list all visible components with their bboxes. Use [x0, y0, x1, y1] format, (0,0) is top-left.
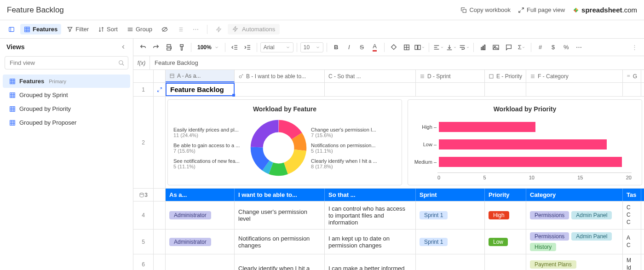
valign-button[interactable]: [445, 41, 457, 53]
zoom-select[interactable]: 100%: [195, 43, 222, 52]
sigma-button[interactable]: Σ: [516, 41, 528, 53]
cell-tas[interactable]: MId: [623, 254, 641, 270]
svg-rect-0: [463, 9, 466, 12]
insert-image-button[interactable]: [490, 41, 502, 53]
cell-so[interactable]: I am kept up to date on permission chang…: [325, 230, 416, 254]
cell-priority[interactable]: High: [485, 201, 526, 229]
more-button[interactable]: ⋯: [189, 24, 202, 34]
hide-button[interactable]: [158, 24, 172, 34]
collapse-sidebar-icon[interactable]: [120, 44, 126, 50]
cell-want[interactable]: Change user's permission level: [235, 201, 325, 229]
sort-label: Sort: [107, 26, 118, 33]
svg-rect-52: [481, 47, 482, 50]
cell-sprint[interactable]: [416, 254, 485, 270]
row-num[interactable]: 4: [133, 201, 154, 229]
more-format-button[interactable]: ⋯: [573, 41, 585, 53]
paint-button[interactable]: [176, 41, 188, 53]
category-pill: History: [530, 243, 556, 251]
group-button[interactable]: Group: [123, 24, 156, 34]
col-header-b[interactable]: B - I want to be able to...: [235, 70, 325, 82]
insert-comment-button[interactable]: [503, 41, 515, 53]
eye-off-icon: [161, 26, 168, 33]
donut-label: Be able to gain access to a ...7 (15.6%): [173, 143, 246, 154]
hash-button[interactable]: #: [535, 41, 546, 53]
col-header-d[interactable]: D - Sprint: [416, 70, 485, 82]
font-select[interactable]: Arial: [260, 42, 293, 52]
search-input[interactable]: [5, 56, 128, 69]
col-header-f[interactable]: F - Category: [526, 70, 623, 82]
sidebar-toggle-button[interactable]: [5, 24, 18, 34]
options-button[interactable]: ⋮: [628, 41, 640, 53]
currency-button[interactable]: $: [547, 41, 559, 53]
cell-tas[interactable]: CCC: [623, 201, 641, 229]
col-header-a[interactable]: A - As a...: [166, 70, 235, 82]
cell-as[interactable]: Administrator: [166, 230, 235, 254]
cell-priority[interactable]: Low: [485, 230, 526, 254]
col-header-e[interactable]: E - Priority: [485, 70, 526, 82]
view-item[interactable]: Grouped by Proposer: [3, 116, 130, 129]
cell-category[interactable]: Permissions Admin Panel History: [526, 230, 623, 254]
print-button[interactable]: [163, 41, 175, 53]
redo-button[interactable]: [150, 41, 162, 53]
brand-suffix: .com: [622, 6, 637, 14]
cell-sprint[interactable]: Sprint 1: [416, 230, 485, 254]
undo-button[interactable]: [137, 41, 149, 53]
strike-button[interactable]: S: [356, 41, 368, 53]
sort-button[interactable]: Sort: [94, 24, 121, 34]
halign-button[interactable]: [432, 41, 444, 53]
view-item[interactable]: Grouped by Sprint: [3, 88, 130, 102]
row-num[interactable]: 5: [133, 230, 154, 254]
view-item[interactable]: FeaturesPrimary: [3, 75, 130, 88]
cell-as[interactable]: [166, 254, 235, 270]
bar-label: High –: [414, 124, 437, 130]
cell-category[interactable]: Payment Plans: [526, 254, 623, 270]
borders-button[interactable]: [401, 41, 413, 53]
indent-decrease-button[interactable]: [229, 41, 241, 53]
fx-input[interactable]: Feature Backlog: [150, 57, 644, 68]
fontsize-select[interactable]: 10: [300, 42, 323, 52]
cell-want[interactable]: Clearly identify when I hit a: [235, 254, 325, 270]
automations-button[interactable]: Automations: [228, 24, 280, 34]
row-num[interactable]: 6: [133, 254, 154, 270]
indent-increase-button[interactable]: [242, 41, 253, 53]
cell-tas[interactable]: AC: [623, 230, 641, 254]
cell-category[interactable]: Permissions Admin Panel: [526, 201, 623, 229]
wrap-button[interactable]: [458, 41, 470, 53]
cell-a1[interactable]: Feature Backlog: [166, 83, 235, 96]
cell-sprint[interactable]: Sprint 1: [416, 201, 485, 229]
bolt-icon: [216, 26, 222, 33]
filter-button[interactable]: Filter: [63, 24, 92, 34]
col-header-g[interactable]: G: [623, 70, 641, 82]
fill-button[interactable]: [388, 41, 400, 53]
brand-logo[interactable]: spreadsheet.com: [572, 6, 637, 14]
bar: [439, 122, 535, 132]
percent-button[interactable]: %: [560, 41, 572, 53]
view-item[interactable]: Grouped by Priority: [3, 102, 130, 115]
view-features-button[interactable]: Features: [20, 24, 61, 34]
category-pill: Admin Panel: [571, 232, 612, 241]
cell-so[interactable]: I can control who has access to importan…: [325, 201, 416, 229]
bold-button[interactable]: B: [330, 41, 342, 53]
copy-workbook-button[interactable]: Copy workbook: [460, 6, 511, 13]
col-header-c[interactable]: C - So that ...: [325, 70, 416, 82]
cell-priority[interactable]: [485, 254, 526, 270]
list-button[interactable]: [173, 24, 187, 34]
row-num[interactable]: 3: [133, 189, 154, 201]
cell-want[interactable]: Notifications on permission changes: [235, 230, 325, 254]
full-page-button[interactable]: Full page view: [518, 6, 565, 13]
header-tas: Tas: [623, 189, 641, 201]
insert-chart-button[interactable]: [477, 41, 489, 53]
chart-workload-by-priority[interactable]: Workload by Priority High –Low –Medium –…: [408, 99, 642, 185]
cell-as[interactable]: Administrator: [166, 201, 235, 229]
row-num[interactable]: 1: [133, 83, 154, 96]
cell-so[interactable]: I can make a better informed: [325, 254, 416, 270]
italic-button[interactable]: I: [343, 41, 355, 53]
text-color-button[interactable]: A: [369, 41, 381, 53]
expand-cell-icon[interactable]: [154, 83, 166, 96]
bolt-button[interactable]: [212, 24, 226, 34]
copy-icon: [460, 7, 467, 13]
chart-workload-by-feature[interactable]: Workload by Feature Easily identify pric…: [167, 99, 402, 185]
donut-label: See notifications of new fea...5 (11.1%): [173, 158, 246, 169]
row-num[interactable]: 2: [133, 97, 154, 188]
merge-button[interactable]: [414, 41, 426, 53]
